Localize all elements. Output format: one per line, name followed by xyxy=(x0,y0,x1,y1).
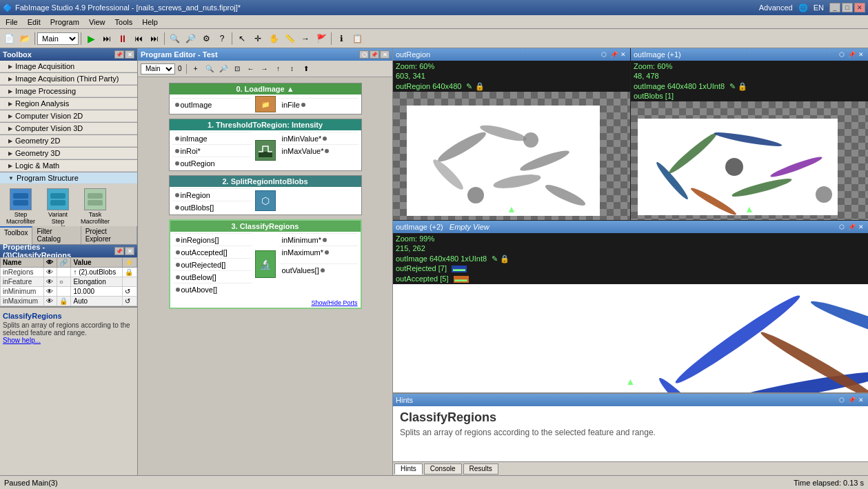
viewer-pin-btn-3[interactable]: 📌 xyxy=(847,223,856,231)
section-geometry-3d-header[interactable]: ▶ Geometry 3D xyxy=(0,148,137,159)
section-image-acquisition-header[interactable]: ▶ Image Acquisition xyxy=(0,61,137,72)
zoom-out-btn[interactable]: 🔎 xyxy=(183,31,198,46)
prop-eye-inregions[interactable]: 👁 xyxy=(44,268,57,277)
toolbox-pin-btn[interactable]: 📌 xyxy=(114,50,124,59)
main-combo[interactable]: Main xyxy=(37,32,79,45)
open-btn[interactable]: 📂 xyxy=(17,31,32,46)
menu-view[interactable]: View xyxy=(85,17,110,28)
viewer-float-btn[interactable]: ⬡ xyxy=(600,50,608,59)
prop-value-infeature[interactable]: Elongation xyxy=(71,277,123,287)
minimize-btn[interactable]: _ xyxy=(829,3,840,12)
pan-btn[interactable]: ✋ xyxy=(266,31,281,46)
tab-toolbox[interactable]: Toolbox xyxy=(0,226,32,244)
hints-close-btn[interactable]: ✕ xyxy=(857,396,865,404)
viewer-float-btn-2[interactable]: ⬡ xyxy=(838,50,846,59)
menu-edit[interactable]: Edit xyxy=(23,17,45,28)
show-hide-link[interactable]: Show/Hide Ports xyxy=(311,299,357,306)
prop-chain-inregions[interactable] xyxy=(57,268,71,277)
viewer-out-image-2-btns[interactable]: ⬡ 📌 ✕ xyxy=(838,223,865,231)
close-btn[interactable]: ✕ xyxy=(854,3,865,12)
prop-lock-infeature[interactable] xyxy=(123,277,137,287)
section-cv-2d-header[interactable]: ▶ Computer Vision 2D xyxy=(0,110,137,122)
step-btn[interactable]: ⏭ xyxy=(99,31,114,46)
ed-fit-btn[interactable]: ⊡ xyxy=(231,63,243,75)
step-macrofilter-item[interactable]: StepMacrofilter xyxy=(3,187,39,226)
crosshair-btn[interactable]: ✛ xyxy=(250,31,265,46)
editor-tab-combo[interactable]: Main xyxy=(141,63,175,74)
viewer-close-btn-2[interactable]: ✕ xyxy=(857,50,865,59)
prop-eye-inmaximum[interactable]: 👁 xyxy=(44,297,57,306)
ed-zoom-in-btn[interactable]: 🔍 xyxy=(203,63,216,75)
viewer-pin-btn[interactable]: 📌 xyxy=(609,50,618,59)
help-btn[interactable]: ? xyxy=(214,31,230,46)
zoom-in-btn[interactable]: 🔍 xyxy=(167,31,182,46)
menu-file[interactable]: File xyxy=(1,17,22,28)
node-classify[interactable]: 3. ClassifyRegions inRegions[] outAccept… xyxy=(169,219,362,309)
toolbox-header-btns[interactable]: 📌 ✕ xyxy=(114,50,134,59)
viewer-out-image-2-canvas[interactable]: ▲ xyxy=(393,284,868,392)
prop-value-inmaximum[interactable]: Auto xyxy=(71,297,123,306)
prop-arrow-inminimum[interactable]: ↺ xyxy=(123,287,137,297)
viewer-arrow-up-1[interactable]: ▲ xyxy=(507,203,516,214)
next-btn[interactable]: ⏭ xyxy=(147,31,162,46)
ed-left-btn[interactable]: ← xyxy=(245,63,257,75)
prop-value-inregions[interactable]: ↑ (2).outBlobs xyxy=(71,268,123,277)
hints-tab-console[interactable]: Console xyxy=(424,463,462,475)
editor-close-btn[interactable]: ✕ xyxy=(380,50,390,59)
maximize-btn[interactable]: □ xyxy=(842,3,853,12)
flag-btn[interactable]: 🚩 xyxy=(314,31,329,46)
node-load-image[interactable]: 0. LoadImage ▲ outImage 📁 inFile xyxy=(169,83,362,114)
new-btn[interactable]: 📄 xyxy=(1,31,17,46)
hints-float-btn[interactable]: ⬡ xyxy=(838,396,846,404)
node-split[interactable]: 2. SplitRegionIntoBlobs inRegion outBlob… xyxy=(169,175,362,215)
viewer-arrow-up-2[interactable]: ▲ xyxy=(745,203,754,214)
prop-eye-infeature[interactable]: 👁 xyxy=(44,277,57,287)
menu-program[interactable]: Program xyxy=(46,17,83,28)
prop-lock2-inminimum[interactable] xyxy=(57,287,71,297)
measure-btn[interactable]: 📏 xyxy=(282,31,297,46)
info-btn[interactable]: ℹ xyxy=(334,31,349,46)
properties-pin-btn[interactable]: 📌 xyxy=(114,247,124,255)
prop-arrow-inmaximum[interactable]: ↺ xyxy=(123,297,137,306)
ed-expand-btn[interactable]: ↕ xyxy=(286,63,299,75)
task-macrofilter-item[interactable]: TaskMacrofilter xyxy=(77,187,113,226)
show-help-link[interactable]: Show help... xyxy=(3,337,134,344)
extra-btn[interactable]: 📋 xyxy=(350,31,365,46)
prop-eye-inminimum[interactable]: 👁 xyxy=(44,287,57,297)
stop-btn[interactable]: ⏸ xyxy=(115,31,130,46)
cursor-btn[interactable]: ↖ xyxy=(234,31,250,46)
prop-lock2-inmaximum[interactable]: 🔒 xyxy=(57,297,71,306)
viewer-close-btn-3[interactable]: ✕ xyxy=(857,223,865,231)
ed-add-btn[interactable]: + xyxy=(190,63,202,75)
properties-header-btns[interactable]: 📌 ✕ xyxy=(114,247,134,255)
section-geometry-2d-header[interactable]: ▶ Geometry 2D xyxy=(0,135,137,147)
viewer-out-image-1-btns[interactable]: ⬡ 📌 ✕ xyxy=(838,50,865,59)
hints-pin-btn[interactable]: 📌 xyxy=(847,396,856,404)
menu-help[interactable]: Help xyxy=(138,17,162,28)
ed-scroll-up-btn[interactable]: ⬆ xyxy=(300,63,312,75)
hints-header-btns[interactable]: ⬡ 📌 ✕ xyxy=(838,396,865,404)
menu-tools[interactable]: Tools xyxy=(111,17,137,28)
ed-zoom-out-btn[interactable]: 🔎 xyxy=(217,63,230,75)
editor-pin-btn[interactable]: 📌 xyxy=(370,50,379,59)
section-image-processing-header[interactable]: ▶ Image Processing xyxy=(0,86,137,97)
viewer-out-region-canvas[interactable]: ▲ xyxy=(393,92,630,220)
prop-chain-infeature[interactable]: ○ xyxy=(57,277,71,287)
properties-close-btn[interactable]: ✕ xyxy=(125,247,134,255)
section-image-acquisition-3p-header[interactable]: ▶ Image Acquisition (Third Party) xyxy=(0,73,137,85)
viewer-float-btn-3[interactable]: ⬡ xyxy=(838,223,846,231)
editor-float-btn[interactable]: ⬡ xyxy=(359,50,369,59)
section-logic-math-header[interactable]: ▶ Logic & Math xyxy=(0,160,137,172)
hints-tab-results[interactable]: Results xyxy=(463,463,498,475)
viewer-out-image-1-canvas[interactable]: ▲ xyxy=(631,101,868,220)
settings-btn[interactable]: ⚙ xyxy=(199,31,214,46)
node-threshold[interactable]: 1. ThresholdToRegion: Intensity inImage … xyxy=(169,119,362,171)
prop-lock-inregions[interactable]: 🔒 xyxy=(123,268,137,277)
viewer-close-btn[interactable]: ✕ xyxy=(619,50,627,59)
prev-btn[interactable]: ⏮ xyxy=(131,31,146,46)
ed-right-btn[interactable]: → xyxy=(259,63,271,75)
viewer-out-region-btns[interactable]: ⬡ 📌 ✕ xyxy=(600,50,627,59)
toolbox-close-btn[interactable]: ✕ xyxy=(125,50,134,59)
section-cv-3d-header[interactable]: ▶ Computer Vision 3D xyxy=(0,123,137,134)
tab-project-explorer[interactable]: Project Explorer xyxy=(81,226,137,244)
